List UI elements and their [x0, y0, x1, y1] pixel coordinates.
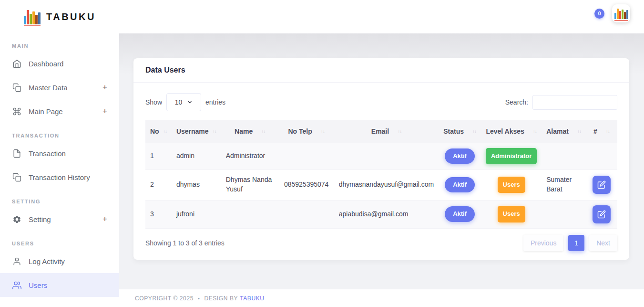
cell-email: dhymasnandayusuf@gmail.com — [334, 169, 439, 200]
search-label: Search: — [505, 98, 528, 106]
copyright-text: COPYRIGHT © 2025 — [135, 295, 194, 302]
status-badge: Aktif — [445, 148, 475, 164]
cell-username: admin — [172, 143, 221, 169]
sort-icon: ↑↓ — [317, 129, 325, 134]
cell-alamat — [542, 200, 586, 228]
entries-select[interactable]: 10 — [166, 93, 201, 111]
user-icon — [12, 256, 21, 266]
column-header-level-akses[interactable]: Level Akses↑↓ — [481, 120, 542, 143]
sort-icon: ↑↓ — [257, 129, 265, 134]
brand[interactable]: TABUKU — [0, 0, 119, 33]
cell-actions — [586, 143, 617, 169]
design-by-text: DESIGN BY — [204, 295, 238, 302]
edit-user-button[interactable] — [593, 176, 611, 194]
column-header-status[interactable]: Status↑↓ — [439, 120, 481, 143]
sidebar-item-label: Dashboard — [29, 60, 63, 68]
level-akses-badge: Administrator — [486, 148, 537, 164]
column-header-alamat[interactable]: Alamat↑↓ — [542, 120, 586, 143]
status-badge: Aktif — [445, 177, 475, 192]
cell-name: Dhymas Nanda Yusuf — [221, 169, 279, 200]
page-footer: COPYRIGHT © 2025 • DESIGN BY TABUKU — [119, 289, 644, 307]
pagination-page-1-button[interactable]: 1 — [568, 235, 584, 251]
status-badge: Aktif — [445, 206, 475, 222]
cell-actions — [586, 200, 617, 228]
cell-alamat: Sumater Barat — [542, 169, 586, 200]
data-users-card: Data Users Show 10 entries Search: — [133, 58, 629, 260]
cell-no-telp — [279, 143, 334, 169]
cell-no: 2 — [145, 169, 172, 200]
cell-actions — [586, 169, 617, 200]
cell-username: jufroni — [172, 200, 221, 228]
page-title: Data Users — [145, 66, 617, 74]
expand-plus-icon[interactable]: + — [102, 106, 107, 116]
cell-email — [334, 143, 439, 169]
brand-title: TABUKU — [46, 11, 96, 22]
copy-icon — [12, 172, 21, 182]
sort-icon: ↑↓ — [573, 129, 581, 134]
file-icon — [12, 148, 21, 158]
cell-username: dhymas — [172, 169, 221, 200]
entries-length-control: Show 10 entries — [145, 93, 225, 111]
gear-icon — [12, 214, 21, 224]
tabuku-footer-link[interactable]: TABUKU — [240, 295, 264, 302]
expand-plus-icon[interactable]: + — [102, 214, 107, 224]
separator-dot: • — [198, 296, 200, 301]
tabuku-logo-icon — [614, 8, 628, 19]
cell-no: 1 — [145, 143, 172, 169]
top-navbar: 0 — [119, 0, 644, 33]
column-header-username[interactable]: Username↑↓ — [172, 120, 221, 143]
expand-plus-icon[interactable]: + — [102, 83, 107, 92]
sidebar: TABUKU MAIN Dashboard Master Data + Main… — [0, 0, 119, 307]
sidebar-item-master-data[interactable]: Master Data + — [0, 75, 119, 99]
menu-section-label-users: USERS — [12, 241, 107, 246]
sort-icon: ↑↓ — [469, 129, 476, 134]
sidebar-item-log-activity[interactable]: Log Activity — [0, 249, 119, 273]
sort-icon: ↑↓ — [394, 129, 401, 134]
column-header-actions[interactable]: #↑↓ — [586, 120, 617, 143]
sidebar-item-transaction[interactable]: Transaction — [0, 141, 119, 165]
level-akses-badge: Users — [498, 206, 525, 222]
sidebar-item-setting[interactable]: Setting + — [0, 207, 119, 231]
home-icon — [12, 59, 21, 68]
card-header: Data Users — [133, 58, 629, 83]
pagination-next-button[interactable]: Next — [589, 235, 617, 251]
entries-select-value: 10 — [175, 98, 183, 106]
cell-name — [221, 200, 279, 228]
table-info: Showing 1 to 3 of 3 entries — [145, 239, 225, 247]
column-header-email[interactable]: Email↑↓ — [334, 120, 439, 143]
column-header-no-telp[interactable]: No Telp↑↓ — [279, 120, 334, 143]
sort-icon: ↑↓ — [529, 129, 537, 134]
table-header-row: No↑↓ Username↑↓ Name↑↓ No Telp↑↓ Email↑↓… — [145, 120, 617, 143]
pagination-previous-button[interactable]: Previous — [523, 235, 563, 251]
sidebar-item-users[interactable]: Users — [0, 273, 119, 297]
table-row: 1 admin Administrator Aktif Administrato… — [145, 143, 617, 169]
menu-section-label-setting: SETTING — [12, 199, 107, 204]
table-row: 3 jufroni apiabudisa@gmail.com Aktif Use… — [145, 200, 617, 228]
sidebar-item-transaction-history[interactable]: Transaction History — [0, 165, 119, 189]
cell-no-telp — [279, 200, 334, 228]
sidebar-item-label: Log Activity — [29, 257, 65, 265]
search-input[interactable] — [532, 95, 617, 110]
edit-user-button[interactable] — [593, 205, 611, 223]
sidebar-item-dashboard[interactable]: Dashboard — [0, 52, 119, 75]
data-users-table: No↑↓ Username↑↓ Name↑↓ No Telp↑↓ Email↑↓… — [145, 120, 617, 229]
edit-pencil-icon — [597, 210, 606, 219]
column-header-no[interactable]: No↑↓ — [145, 120, 172, 143]
cell-no-telp: 085925395074 — [279, 169, 334, 200]
notification-badge[interactable]: 0 — [594, 9, 604, 19]
cell-no: 3 — [145, 200, 172, 228]
pagination: Previous 1 Next — [523, 235, 617, 251]
user-avatar[interactable] — [612, 4, 630, 22]
menu-section-label-main: MAIN — [12, 43, 107, 49]
sidebar-item-main-page[interactable]: Main Page + — [0, 99, 119, 123]
column-header-name[interactable]: Name↑↓ — [221, 120, 279, 143]
chevron-down-icon — [187, 99, 193, 105]
entries-label: entries — [205, 98, 225, 106]
sort-icon: ↑↓ — [602, 129, 610, 134]
command-icon — [12, 106, 21, 116]
sort-icon: ↑↓ — [209, 129, 216, 134]
main-content: Data Users Show 10 entries Search: — [119, 33, 644, 289]
search-control: Search: — [505, 95, 617, 110]
cell-email: apiabudisa@gmail.com — [334, 200, 439, 228]
sidebar-item-label: Transaction History — [29, 173, 90, 181]
